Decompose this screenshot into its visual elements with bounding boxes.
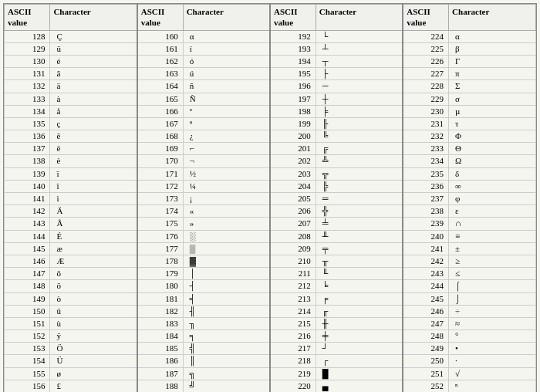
table-row: 146Æ178▓210╥242≥ bbox=[5, 255, 536, 267]
ascii-value-cell: 239 bbox=[403, 218, 448, 230]
ascii-value-cell: 139 bbox=[5, 167, 50, 180]
ascii-value-cell: 206 bbox=[270, 205, 316, 218]
ascii-value-cell: 204 bbox=[270, 180, 316, 192]
header-ascii-2: ASCIIvalue bbox=[137, 5, 183, 31]
char-cell: ╬ bbox=[316, 205, 403, 218]
char-cell: ñ bbox=[183, 80, 270, 93]
char-cell: ⌠ bbox=[449, 280, 536, 292]
char-cell: à bbox=[50, 93, 137, 105]
table-row: 137ë169⌐201╔233Θ bbox=[5, 143, 536, 155]
ascii-value-cell: 177 bbox=[137, 242, 183, 255]
ascii-value-cell: 215 bbox=[270, 317, 316, 329]
header-ascii-1: ASCIIvalue bbox=[5, 5, 50, 31]
ascii-value-cell: 135 bbox=[5, 117, 50, 130]
char-cell: ┌ bbox=[316, 355, 403, 367]
table-row: 145æ177▒209╤241± bbox=[5, 242, 536, 255]
char-cell: Ω bbox=[449, 155, 536, 167]
ascii-value-cell: 236 bbox=[403, 180, 448, 192]
char-cell: ╙ bbox=[316, 268, 403, 280]
char-cell: ╤ bbox=[316, 242, 403, 255]
ascii-value-cell: 144 bbox=[5, 230, 50, 242]
ascii-value-cell: 172 bbox=[137, 180, 183, 192]
char-cell: ╚ bbox=[316, 130, 403, 143]
char-cell: ╡ bbox=[183, 292, 270, 305]
ascii-value-cell: 154 bbox=[5, 355, 50, 367]
ascii-value-cell: 232 bbox=[403, 130, 448, 143]
table-container: ASCIIvalue Character ASCIIvalue Characte… bbox=[3, 3, 537, 392]
ascii-value-cell: 166 bbox=[137, 105, 183, 117]
ascii-value-cell: 188 bbox=[137, 380, 183, 392]
ascii-value-cell: 230 bbox=[403, 105, 448, 117]
ascii-value-cell: 193 bbox=[270, 42, 316, 55]
char-cell: ┤ bbox=[183, 280, 270, 292]
ascii-value-cell: 185 bbox=[137, 343, 183, 355]
char-cell: ─ bbox=[316, 80, 403, 93]
char-cell: σ bbox=[449, 93, 536, 105]
char-cell: ó bbox=[183, 55, 270, 67]
char-cell: ║ bbox=[183, 355, 270, 367]
ascii-value-cell: 226 bbox=[403, 55, 448, 67]
char-cell: ç bbox=[50, 117, 137, 130]
ascii-value-cell: 233 bbox=[403, 143, 448, 155]
ascii-value-cell: 252 bbox=[403, 380, 448, 392]
ascii-value-cell: 131 bbox=[5, 68, 50, 80]
header-char-3: Character bbox=[316, 5, 403, 31]
char-cell: Ç bbox=[50, 30, 137, 42]
ascii-value-cell: 165 bbox=[137, 93, 183, 105]
char-cell: ⁿ bbox=[449, 380, 536, 392]
ascii-value-cell: 237 bbox=[403, 193, 448, 205]
ascii-value-cell: 155 bbox=[5, 367, 50, 380]
ascii-value-cell: 241 bbox=[403, 242, 448, 255]
ascii-value-cell: 211 bbox=[270, 268, 316, 280]
char-cell: √ bbox=[449, 367, 536, 380]
ascii-value-cell: 200 bbox=[270, 130, 316, 143]
ascii-value-cell: 184 bbox=[137, 330, 183, 343]
ascii-value-cell: 207 bbox=[270, 218, 316, 230]
char-cell: ì bbox=[50, 193, 137, 205]
char-cell: ø bbox=[50, 367, 137, 380]
header-char-1: Character bbox=[50, 5, 137, 31]
ascii-value-cell: 235 bbox=[403, 167, 448, 180]
char-cell: º bbox=[183, 117, 270, 130]
ascii-value-cell: 202 bbox=[270, 155, 316, 167]
char-cell: ª bbox=[183, 105, 270, 117]
char-cell: ≡ bbox=[449, 230, 536, 242]
ascii-value-cell: 187 bbox=[137, 367, 183, 380]
ascii-value-cell: 160 bbox=[137, 30, 183, 42]
table-row: 142Ä174«206╬238ε bbox=[5, 205, 536, 218]
char-cell: ü bbox=[50, 42, 137, 55]
char-cell: ╔ bbox=[316, 143, 403, 155]
table-row: 141ì173¡205═237φ bbox=[5, 193, 536, 205]
char-cell: ò bbox=[50, 292, 137, 305]
char-cell: ▓ bbox=[183, 255, 270, 267]
char-cell: î bbox=[50, 180, 137, 192]
char-cell: δ bbox=[449, 167, 536, 180]
ascii-value-cell: 156 bbox=[5, 380, 50, 392]
char-cell: ┘ bbox=[316, 343, 403, 355]
ascii-value-cell: 171 bbox=[137, 167, 183, 180]
ascii-value-cell: 216 bbox=[270, 330, 316, 343]
ascii-value-cell: 231 bbox=[403, 117, 448, 130]
table-row: 138è170¬202╩234Ω bbox=[5, 155, 536, 167]
ascii-value-cell: 228 bbox=[403, 80, 448, 93]
char-cell: ° bbox=[449, 330, 536, 343]
ascii-value-cell: 161 bbox=[137, 42, 183, 55]
char-cell: Φ bbox=[449, 130, 536, 143]
ascii-value-cell: 205 bbox=[270, 193, 316, 205]
ascii-value-cell: 198 bbox=[270, 105, 316, 117]
char-cell: Ñ bbox=[183, 93, 270, 105]
ascii-value-cell: 180 bbox=[137, 280, 183, 292]
char-cell: Θ bbox=[449, 143, 536, 155]
ascii-value-cell: 176 bbox=[137, 230, 183, 242]
ascii-value-cell: 163 bbox=[137, 68, 183, 80]
char-cell: ë bbox=[50, 143, 137, 155]
table-row: 129ü161í193┴225β bbox=[5, 42, 536, 55]
char-cell: ╓ bbox=[316, 305, 403, 317]
table-row: 144É176░208╨240≡ bbox=[5, 230, 536, 242]
table-row: 136ê168¿200╚232Φ bbox=[5, 130, 536, 143]
char-cell: ¬ bbox=[183, 155, 270, 167]
ascii-value-cell: 130 bbox=[5, 55, 50, 67]
ascii-value-cell: 249 bbox=[403, 343, 448, 355]
ascii-value-cell: 178 bbox=[137, 255, 183, 267]
char-cell: « bbox=[183, 205, 270, 218]
